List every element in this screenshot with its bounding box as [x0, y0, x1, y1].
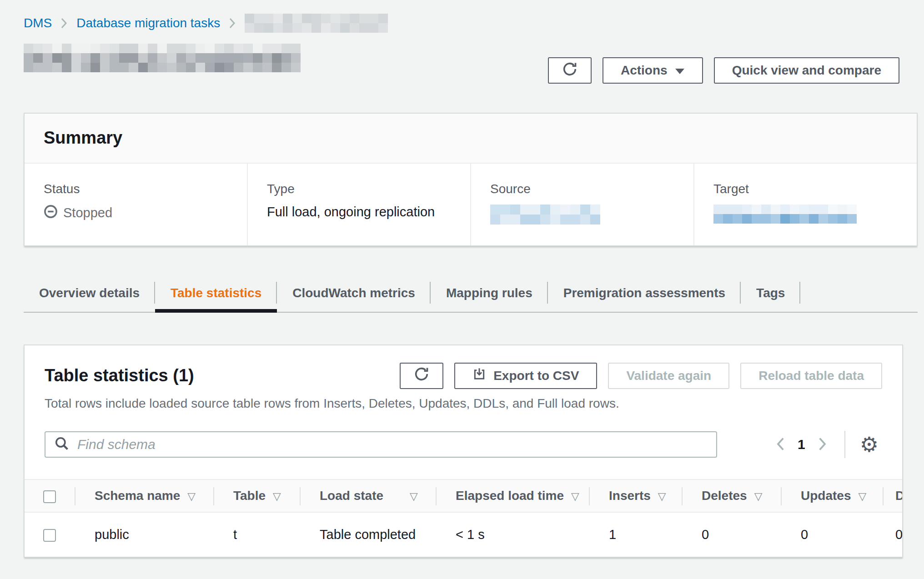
column-header-updates[interactable]: Updates▽	[781, 479, 883, 512]
table-statistics-header: Table statistics (1)	[25, 363, 902, 389]
cell-inserts: 1	[589, 512, 682, 557]
page-header: Actions Quick view and compare	[24, 44, 918, 84]
chevron-right-icon	[818, 437, 828, 452]
quick-view-compare-label: Quick view and compare	[732, 63, 881, 78]
tab-label: CloudWatch metrics	[292, 286, 415, 300]
summary-field-type: Type Full load, ongoing replication	[247, 164, 470, 245]
export-csv-button[interactable]: Export to CSV	[454, 363, 597, 389]
cell-elapsed-load-time: < 1 s	[436, 512, 589, 557]
tab-label: Tags	[756, 286, 785, 300]
column-header-ddls[interactable]: DDLs▽	[883, 479, 902, 512]
tab-label: Mapping rules	[446, 286, 532, 300]
tab-bar: Overview details Table statistics CloudW…	[24, 275, 918, 313]
cell-deletes: 0	[682, 512, 781, 557]
summary-grid: Status Stopped Type Full load, ongoing r…	[25, 164, 917, 245]
divider	[844, 431, 845, 458]
validate-again-button: Validate again	[608, 363, 729, 389]
chevron-right-icon	[61, 18, 67, 29]
table-statistics-table: Schema name▽ Table▽ Load state▽ Elapsed …	[25, 479, 902, 557]
search-input[interactable]	[77, 437, 707, 452]
table-refresh-button[interactable]	[400, 363, 443, 389]
column-label: Inserts	[609, 489, 651, 503]
quick-view-compare-button[interactable]: Quick view and compare	[714, 57, 899, 84]
column-header-schema-name[interactable]: Schema name▽	[75, 479, 213, 512]
refresh-button[interactable]	[548, 57, 592, 84]
table-statistics-description: Total rows include loaded source table r…	[25, 396, 902, 411]
reload-table-data-label: Reload table data	[758, 369, 864, 383]
sort-icon: ▽	[187, 490, 196, 502]
reload-table-data-button: Reload table data	[740, 363, 882, 389]
export-csv-label: Export to CSV	[493, 369, 579, 383]
summary-header: Summary	[25, 114, 917, 164]
tab-cloudwatch-metrics[interactable]: CloudWatch metrics	[277, 275, 431, 312]
status-label: Status	[44, 182, 228, 196]
tab-tags[interactable]: Tags	[741, 275, 800, 312]
select-all-checkbox[interactable]	[43, 490, 56, 503]
summary-field-target: Target	[693, 164, 917, 245]
redacted-target-endpoint	[713, 205, 898, 224]
sort-icon: ▽	[571, 490, 579, 502]
tab-table-statistics[interactable]: Table statistics	[155, 275, 277, 312]
row-checkbox[interactable]	[43, 529, 56, 542]
column-label: DDLs	[895, 489, 902, 503]
tab-label: Table statistics	[171, 286, 261, 300]
column-label: Deletes	[702, 489, 747, 503]
breadcrumb-link-dms[interactable]: DMS	[24, 16, 52, 30]
column-header-load-state[interactable]: Load state▽	[300, 479, 436, 512]
table-statistics-title: Table statistics (1)	[45, 366, 194, 386]
tab-premigration-assessments[interactable]: Premigration assessments	[548, 275, 741, 312]
current-page[interactable]: 1	[791, 437, 812, 453]
column-header-table[interactable]: Table▽	[213, 479, 300, 512]
cell-updates: 0	[781, 512, 883, 557]
table-statistics-panel: Table statistics (1)	[24, 344, 903, 558]
row-select-cell	[25, 512, 75, 557]
table-header-row: Schema name▽ Table▽ Load state▽ Elapsed …	[25, 479, 902, 512]
caret-down-icon	[675, 63, 685, 78]
table-statistics-actions: Export to CSV Validate again Reload tabl…	[400, 363, 882, 389]
column-label: Schema name	[95, 489, 180, 503]
type-label: Type	[267, 182, 451, 196]
tab-label: Premigration assessments	[563, 286, 725, 300]
redacted-breadcrumb-item	[245, 14, 388, 33]
table-settings-button[interactable]: ⚙	[856, 432, 882, 457]
breadcrumb: DMS Database migration tasks	[24, 14, 918, 33]
table-row: public t Table completed < 1 s 1 0 0 0	[25, 512, 902, 557]
column-header-deletes[interactable]: Deletes▽	[682, 479, 781, 512]
cell-schema-name: public	[75, 512, 213, 557]
download-icon	[472, 367, 486, 384]
tab-label: Overview details	[39, 286, 140, 300]
tab-mapping-rules[interactable]: Mapping rules	[431, 275, 548, 312]
active-tab-underline	[155, 309, 277, 313]
redacted-source-endpoint	[490, 205, 674, 225]
breadcrumb-link-migration-tasks[interactable]: Database migration tasks	[76, 16, 220, 30]
schema-search-box	[45, 431, 717, 458]
gear-icon: ⚙	[860, 432, 879, 457]
column-label: Elapsed load time	[456, 489, 564, 503]
summary-title: Summary	[44, 128, 898, 148]
actions-button[interactable]: Actions	[603, 57, 703, 84]
sort-icon: ▽	[754, 490, 763, 502]
source-label: Source	[490, 182, 674, 196]
status-value: Stopped	[63, 205, 112, 220]
redacted-task-name	[24, 44, 301, 72]
pagination: 1 ⚙	[769, 431, 882, 458]
tab-overview-details[interactable]: Overview details	[24, 275, 155, 312]
column-header-inserts[interactable]: Inserts▽	[589, 479, 682, 512]
summary-field-status: Status Stopped	[25, 164, 247, 245]
next-page-button	[812, 434, 834, 455]
chevron-right-icon	[229, 18, 236, 29]
column-label: Table	[233, 489, 266, 503]
chevron-left-icon	[775, 437, 785, 452]
sort-icon: ▽	[858, 490, 866, 502]
validate-again-label: Validate again	[626, 369, 711, 383]
summary-panel: Summary Status Stopped Type Full load,	[24, 113, 918, 246]
previous-page-button	[769, 434, 791, 455]
stopped-status-icon	[44, 205, 58, 222]
column-label: Updates	[801, 489, 851, 503]
sort-icon: ▽	[410, 490, 418, 502]
type-value: Full load, ongoing replication	[267, 205, 451, 220]
cell-table: t	[213, 512, 300, 557]
table-controls: 1 ⚙	[25, 431, 902, 458]
column-header-elapsed-load-time[interactable]: Elapsed load time▽	[436, 479, 589, 512]
actions-button-label: Actions	[621, 63, 668, 78]
